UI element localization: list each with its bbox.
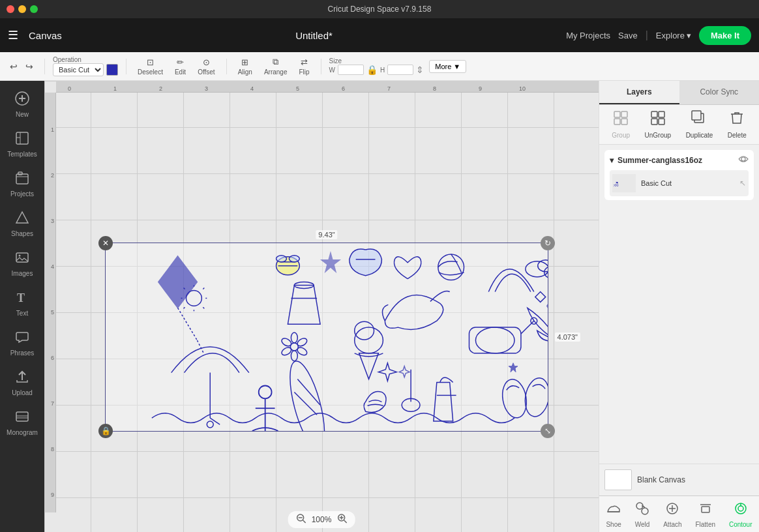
- attach-action[interactable]: Attach: [657, 500, 688, 529]
- svg-rect-9: [16, 253, 28, 262]
- zoom-in-button[interactable]: [336, 513, 347, 526]
- duplicate-action[interactable]: Duplicate: [686, 110, 713, 139]
- ruler-mark-2: 2: [159, 85, 162, 92]
- ruler-mark-v5: 5: [51, 309, 54, 316]
- sidebar-item-upload[interactable]: Upload: [3, 364, 41, 402]
- handle-resize[interactable]: ⤡: [541, 424, 555, 438]
- align-button[interactable]: ⊞ Align: [235, 55, 256, 78]
- monogram-icon: [15, 409, 29, 427]
- sidebar-item-text[interactable]: T Text: [3, 285, 41, 322]
- shoe-icon: [606, 501, 621, 519]
- phrases-icon: [15, 330, 29, 347]
- layer-group-header[interactable]: ▾ Summer-canglass16oz: [610, 154, 749, 166]
- deselect-button[interactable]: ⊡ Deselect: [134, 55, 166, 78]
- visibility-icon[interactable]: [738, 154, 749, 166]
- tab-layers[interactable]: Layers: [599, 81, 679, 104]
- group-action[interactable]: Group: [612, 110, 630, 139]
- shoe-action[interactable]: Shoe: [599, 500, 627, 529]
- main-area: New Templates Projects Shapes: [0, 81, 759, 532]
- handle-close[interactable]: ✕: [98, 236, 113, 250]
- canvas-area[interactable]: 0 1 2 3 4 5 6 7 8 9 10 1 2 3 4 5 6 7 8 9: [44, 81, 599, 532]
- menu-icon[interactable]: ☰: [8, 28, 18, 42]
- document-title[interactable]: Untitled*: [72, 30, 556, 41]
- sidebar-item-text-label: Text: [16, 310, 28, 317]
- duplicate-label: Duplicate: [686, 132, 713, 139]
- svg-point-56: [355, 321, 374, 340]
- layer-cursor: ↖: [739, 179, 746, 188]
- offset-button[interactable]: ⊙ Offset: [194, 55, 218, 78]
- sidebar-item-templates[interactable]: Templates: [3, 126, 41, 163]
- fullscreen-button[interactable]: [30, 5, 38, 13]
- svg-text:T: T: [17, 291, 25, 304]
- panel-tabs: Layers Color Sync: [599, 81, 759, 105]
- chevron-down-icon: ▾: [610, 156, 614, 165]
- handle-lock[interactable]: 🔒: [98, 424, 113, 438]
- ruler-mark-7: 7: [387, 85, 391, 92]
- delete-action[interactable]: Delete: [728, 110, 747, 139]
- delete-label: Delete: [728, 132, 747, 139]
- h-label: H: [380, 66, 385, 74]
- ruler-mark-1: 1: [113, 85, 117, 92]
- contour-action[interactable]: Contour: [722, 500, 759, 529]
- sidebar-item-projects[interactable]: Projects: [3, 166, 41, 203]
- save-link[interactable]: Save: [618, 31, 638, 40]
- sidebar-item-monogram[interactable]: Monogram: [3, 404, 41, 441]
- ruler-mark-5: 5: [296, 85, 299, 92]
- svg-point-68: [259, 385, 272, 398]
- flip-button[interactable]: ⇄ Flip: [295, 55, 312, 78]
- weld-action[interactable]: Weld: [629, 500, 657, 529]
- operation-label: Operation: [53, 56, 82, 63]
- my-projects-link[interactable]: My Projects: [566, 31, 610, 40]
- ruler-mark-v1: 1: [51, 126, 54, 133]
- make-it-button[interactable]: Make It: [699, 26, 751, 45]
- more-button[interactable]: More ▼: [429, 60, 466, 73]
- width-input[interactable]: [338, 65, 364, 75]
- svg-rect-85: [614, 119, 620, 125]
- edit-button[interactable]: ✏ Edit: [171, 55, 189, 78]
- sidebar-item-new[interactable]: New: [3, 86, 41, 123]
- tab-color-sync[interactable]: Color Sync: [679, 81, 760, 104]
- sidebar-item-phrases[interactable]: Phrases: [3, 325, 41, 362]
- svg-line-77: [303, 520, 306, 523]
- design-box[interactable]: 9.43" 4.073" ✕ ↻ 🔒 ⤡: [105, 243, 548, 432]
- operation-select[interactable]: Basic Cut: [53, 63, 104, 76]
- undo-button[interactable]: ↩: [7, 59, 21, 74]
- titlebar: Cricut Design Space v7.9.158: [0, 0, 759, 18]
- explore-button[interactable]: Explore ▾: [656, 31, 691, 40]
- arrange-button[interactable]: ⧉ Arrange: [261, 55, 291, 78]
- svg-rect-87: [651, 111, 657, 117]
- sidebar-item-monogram-label: Monogram: [7, 429, 38, 436]
- ungroup-action[interactable]: UnGroup: [645, 110, 672, 139]
- zoom-out-button[interactable]: [296, 513, 306, 526]
- color-swatch[interactable]: [106, 64, 118, 76]
- flatten-action[interactable]: Flatten: [689, 500, 722, 529]
- flatten-label: Flatten: [695, 521, 715, 528]
- ruler-mark-v9: 9: [51, 492, 54, 498]
- contour-icon: [734, 501, 748, 519]
- lock-icon[interactable]: 🔒: [366, 65, 378, 75]
- layer-item[interactable]: 🏖 Basic Cut ↖: [610, 170, 749, 196]
- svg-rect-93: [692, 111, 701, 120]
- svg-rect-84: [621, 111, 627, 117]
- ruler-mark-v7: 7: [51, 400, 54, 407]
- sidebar-item-images[interactable]: Images: [3, 245, 41, 282]
- canvas-label: Canvas: [29, 30, 62, 41]
- svg-marker-57: [359, 353, 379, 379]
- blank-canvas-label: Blank Canvas: [637, 475, 685, 484]
- height-input[interactable]: [387, 65, 413, 75]
- height-dimension: 4.073": [555, 332, 580, 342]
- operation-field: Operation Basic Cut: [53, 56, 118, 76]
- attach-label: Attach: [663, 521, 681, 528]
- close-button[interactable]: [7, 5, 14, 13]
- sidebar-item-templates-label: Templates: [7, 151, 37, 158]
- minimize-button[interactable]: [18, 5, 26, 13]
- redo-button[interactable]: ↪: [22, 59, 37, 74]
- zoom-controls: 100%: [288, 511, 355, 528]
- svg-rect-90: [659, 119, 664, 125]
- sidebar-item-shapes[interactable]: Shapes: [3, 205, 41, 243]
- handle-rotate[interactable]: ↻: [541, 236, 555, 250]
- design-illustration: [106, 243, 548, 431]
- bottom-bar: Shoe Weld Attach Flatten: [599, 495, 759, 532]
- resize-icon: ⇕: [416, 65, 424, 75]
- app-title: Cricut Design Space v7.9.158: [328, 5, 432, 14]
